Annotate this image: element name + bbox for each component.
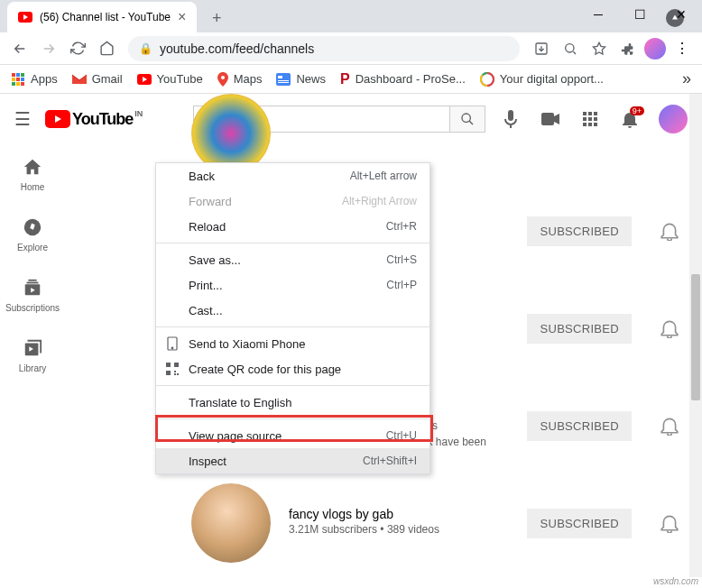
url-text: youtube.com/feed/channels (160, 41, 314, 56)
ctx-translate[interactable]: Translate to English (156, 390, 430, 415)
svg-rect-42 (177, 373, 179, 375)
svg-rect-16 (278, 80, 289, 81)
close-window-button[interactable]: ✕ (660, 0, 702, 29)
bookmark-star-icon[interactable] (587, 36, 612, 61)
svg-rect-40 (166, 371, 171, 375)
phone-icon (165, 336, 180, 351)
ctx-view-source[interactable]: View page sourceCtrl+U (156, 423, 430, 448)
vertical-scrollbar[interactable] (689, 94, 702, 577)
svg-point-37 (171, 347, 173, 349)
svg-rect-17 (278, 82, 289, 83)
subscribed-button[interactable]: SUBSCRIBED (527, 216, 632, 246)
svg-rect-4 (16, 73, 20, 77)
svg-rect-33 (27, 282, 39, 284)
address-bar-row: 🔒 youtube.com/feed/channels ⋮ (0, 32, 702, 65)
tab-title: (56) Channel list - YouTube (40, 11, 171, 23)
youtube-favicon-icon (18, 12, 32, 23)
svg-rect-7 (16, 78, 20, 81)
bell-icon[interactable] (660, 221, 679, 241)
ctx-save-as[interactable]: Save as...Ctrl+S (156, 247, 430, 272)
channel-avatar[interactable] (191, 483, 271, 563)
hamburger-menu-icon[interactable]: ☰ (14, 108, 31, 130)
bookmark-gmail[interactable]: Gmail (72, 72, 123, 86)
svg-rect-34 (28, 280, 36, 281)
ctx-reload[interactable]: ReloadCtrl+R (156, 214, 430, 239)
close-tab-icon[interactable]: × (178, 9, 186, 25)
channel-meta: 3.21M subscribers • 389 videos (289, 523, 509, 536)
home-button[interactable] (94, 36, 119, 61)
bookmark-news[interactable]: News (276, 72, 326, 86)
ctx-separator (156, 243, 430, 243)
ctx-back[interactable]: BackAlt+Left arrow (156, 163, 430, 188)
svg-rect-15 (278, 76, 282, 78)
channel-name: fancy vlogs by gab (289, 507, 509, 521)
browser-tab-active[interactable]: (56) Channel list - YouTube × (7, 2, 197, 32)
svg-rect-3 (12, 73, 15, 77)
channel-avatar[interactable] (191, 94, 271, 173)
subscribed-button[interactable]: SUBSCRIBED (527, 314, 632, 344)
ctx-create-qr[interactable]: Create QR code for this page (156, 356, 430, 381)
ctx-forward: ForwardAlt+Right Arrow (156, 188, 430, 214)
bookmark-apps[interactable]: Apps (11, 72, 58, 87)
sidebar-item-explore[interactable]: Explore (0, 205, 65, 265)
address-bar[interactable]: 🔒 youtube.com/feed/channels (128, 36, 520, 61)
svg-point-13 (221, 76, 225, 79)
reload-button[interactable] (65, 36, 90, 61)
svg-rect-39 (174, 363, 179, 367)
bookmark-youtube[interactable]: YouTube (137, 72, 203, 86)
ctx-separator (156, 326, 430, 327)
youtube-mini-sidebar: Home Explore Subscriptions Library (0, 144, 65, 386)
sidebar-item-library[interactable]: Library (0, 326, 65, 386)
svg-point-2 (566, 43, 574, 51)
chrome-profile-avatar[interactable] (644, 38, 666, 60)
lock-icon: 🔒 (139, 42, 152, 55)
zoom-icon[interactable] (558, 36, 583, 61)
qr-icon (165, 362, 180, 376)
forward-button[interactable] (36, 36, 61, 61)
bell-icon[interactable] (660, 318, 679, 338)
minimize-button[interactable]: ─ (577, 0, 619, 29)
ctx-cast[interactable]: Cast... (156, 298, 430, 323)
svg-rect-38 (166, 363, 171, 367)
ctx-separator (156, 385, 430, 386)
svg-rect-8 (21, 78, 24, 81)
bell-icon[interactable] (660, 416, 679, 436)
install-app-icon[interactable] (529, 36, 554, 61)
chrome-menu-icon[interactable]: ⋮ (670, 36, 695, 61)
ctx-print[interactable]: Print...Ctrl+P (156, 272, 430, 298)
sidebar-item-subscriptions[interactable]: Subscriptions (0, 265, 65, 326)
svg-rect-11 (21, 82, 24, 86)
svg-rect-6 (12, 78, 15, 81)
svg-rect-9 (12, 82, 15, 86)
context-menu: BackAlt+Left arrow ForwardAlt+Right Arro… (155, 162, 430, 474)
svg-rect-10 (16, 82, 20, 86)
subscribed-button[interactable]: SUBSCRIBED (527, 411, 632, 441)
ctx-send-to-phone[interactable]: Send to Xiaomi Phone (156, 331, 430, 356)
svg-rect-41 (174, 371, 176, 372)
watermark: wsxdn.com (653, 576, 698, 586)
back-button[interactable] (7, 36, 32, 61)
sidebar-item-home[interactable]: Home (0, 144, 65, 205)
subscribed-button[interactable]: SUBSCRIBED (527, 509, 632, 538)
channel-row[interactable]: fancy vlogs by gab 3.21M subscribers • 3… (65, 474, 689, 572)
extensions-icon[interactable] (615, 36, 641, 61)
new-tab-button[interactable]: + (204, 5, 229, 31)
svg-rect-14 (276, 73, 291, 86)
bell-icon[interactable] (660, 513, 679, 533)
scrollbar-thumb[interactable] (691, 274, 700, 400)
svg-rect-43 (174, 373, 176, 375)
ctx-inspect[interactable]: InspectCtrl+Shift+I (156, 448, 430, 473)
window-controls: ─ ☐ ✕ (577, 0, 702, 29)
ctx-separator (156, 418, 430, 419)
svg-rect-5 (21, 73, 24, 77)
maximize-button[interactable]: ☐ (619, 0, 660, 29)
